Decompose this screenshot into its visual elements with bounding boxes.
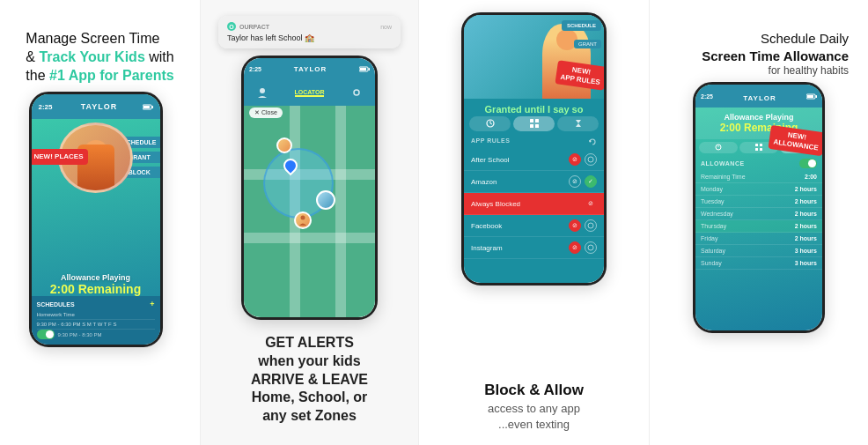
phone3-schedule-btn[interactable]: SCHEDULE bbox=[562, 20, 601, 31]
svg-text:O: O bbox=[229, 24, 234, 30]
allowance-section-header: ALLOWANCE bbox=[695, 156, 822, 171]
phone2-topbar: 2:25 TAYLOR bbox=[244, 58, 375, 79]
panel3-text: Block & Allow access to any app ...even … bbox=[484, 382, 584, 433]
avatar-pin-3 bbox=[294, 211, 312, 229]
phone4-screen: 2:25 TAYLOR Allowance Playing 2:00 Remai… bbox=[695, 85, 822, 330]
clock-sm-icon-4 bbox=[587, 222, 594, 229]
allowance-row-remaining: Remaining Time 2:00 bbox=[695, 171, 822, 183]
notification-area: O OURPACT now Taylor has left School 🏫 bbox=[201, 0, 418, 56]
svg-point-19 bbox=[588, 157, 593, 162]
svg-rect-16 bbox=[530, 124, 533, 128]
svg-rect-15 bbox=[535, 119, 539, 122]
phone-2-mockup: 2:25 TAYLOR LOCATOR ✕ Close bbox=[241, 56, 378, 320]
svg-rect-30 bbox=[760, 148, 762, 151]
road-h2 bbox=[244, 233, 375, 243]
phone1-screen: 2:25 TAYLOR SCHEDULE GRANT BLOCK bbox=[32, 94, 160, 345]
block-icon-4: ⊘ bbox=[569, 219, 581, 232]
panel1-hash: #1 App for Parents bbox=[49, 68, 174, 83]
map-tab-settings[interactable] bbox=[351, 87, 362, 99]
clock-icon-4 bbox=[715, 144, 722, 151]
battery-icon-2 bbox=[359, 66, 370, 72]
person-marker-2 bbox=[316, 190, 335, 210]
refresh-icon[interactable] bbox=[588, 137, 597, 146]
map-tab-people[interactable] bbox=[257, 87, 268, 99]
rule-icons-5: ⊘ bbox=[569, 241, 597, 254]
rule-icons-1: ⊘ bbox=[569, 153, 597, 166]
phone1-topbar: 2:25 TAYLOR bbox=[32, 94, 160, 119]
allowance-row-wednesday: Wednesday 2 hours bbox=[695, 208, 822, 220]
svg-point-21 bbox=[588, 245, 593, 250]
map-close-btn[interactable]: ✕ Close bbox=[249, 108, 283, 118]
panel4-top-text: Schedule Daily Screen Time Allowance for… bbox=[660, 16, 857, 82]
panel4-inner: Schedule Daily Screen Time Allowance for… bbox=[660, 16, 857, 436]
schedule-row-1: Homework Time bbox=[37, 310, 155, 320]
phone-1-mockup: NEW! PLACES 2:25 TAYLOR SCHEDULE GRANT B… bbox=[29, 92, 163, 347]
battery-icon-4 bbox=[806, 93, 817, 100]
person-silhouette bbox=[298, 215, 307, 226]
rule-always-blocked[interactable]: Always Blocked ⊘ bbox=[464, 193, 604, 215]
svg-rect-17 bbox=[535, 124, 539, 128]
panel-manage: Manage Screen Time & Track Your Kids wit… bbox=[0, 0, 201, 445]
rule-icons-3: ⊘ bbox=[585, 197, 597, 210]
svg-rect-27 bbox=[755, 144, 758, 146]
p4-tab-clock[interactable] bbox=[699, 142, 738, 153]
phone3-tabs bbox=[464, 116, 604, 135]
svg-rect-28 bbox=[760, 144, 762, 146]
svg-point-9 bbox=[354, 90, 359, 95]
ourpact-icon: O bbox=[227, 22, 236, 31]
phone-3-mockup: NEW!APP RULES SCHEDULE GRANT Granted unt bbox=[461, 12, 607, 286]
p3-tab-time[interactable] bbox=[557, 116, 599, 131]
svg-rect-24 bbox=[807, 95, 813, 98]
rule-instagram[interactable]: Instagram ⊘ bbox=[464, 237, 604, 259]
map-tab-locator[interactable]: LOCATOR bbox=[295, 89, 325, 97]
rule-facebook[interactable]: Facebook ⊘ bbox=[464, 215, 604, 237]
rule-amazon[interactable]: Amazon ⊘ ✓ bbox=[464, 171, 604, 193]
allowance-row-tuesday: Tuesday 2 hours bbox=[695, 196, 822, 208]
block-icon-2: ⊘ bbox=[569, 175, 581, 188]
allowance-toggle[interactable] bbox=[799, 159, 817, 168]
avatar-pin-1 bbox=[276, 137, 292, 153]
person-marker-1 bbox=[276, 137, 292, 153]
svg-rect-2 bbox=[143, 106, 150, 108]
phone4-topbar: 2:25 TAYLOR bbox=[695, 85, 822, 108]
allowance-row-thursday: Thursday 2 hours bbox=[695, 220, 822, 233]
people-icon bbox=[257, 87, 268, 98]
phone1-allowance: Allowance Playing 2:00 Remaining bbox=[32, 273, 160, 296]
panel1-headline: Manage Screen Time & Track Your Kids wit… bbox=[15, 16, 184, 92]
phone3-screen: SCHEDULE GRANT Granted until I say so bbox=[464, 15, 604, 283]
avatar-pin-2 bbox=[316, 190, 335, 210]
grid-icon-4 bbox=[755, 144, 762, 151]
block-icon-3: ⊘ bbox=[585, 197, 597, 210]
rule-icons-2: ⊘ ✓ bbox=[569, 175, 597, 188]
allowance-rows: Remaining Time 2:00 Monday 2 hours Tuesd… bbox=[695, 171, 822, 270]
schedule-toggle[interactable]: 9:30 PM - 8:30 PM bbox=[37, 330, 155, 339]
p3-tab-clock[interactable] bbox=[469, 116, 511, 131]
svg-line-13 bbox=[490, 123, 492, 124]
block-icon-5: ⊘ bbox=[569, 241, 581, 254]
phone1-bottom: SCHEDULES + Homework Time 9:30 PM - 6:30… bbox=[32, 296, 160, 345]
svg-point-20 bbox=[588, 223, 593, 228]
panel2-text: GET ALERTS when your kids ARRIVE & LEAVE… bbox=[239, 327, 380, 433]
phone3-grant-btn[interactable]: GRANT bbox=[574, 40, 601, 48]
hourglass-icon bbox=[574, 119, 583, 128]
svg-point-10 bbox=[300, 216, 305, 220]
map-tab-bar[interactable]: LOCATOR bbox=[244, 79, 375, 106]
panel1-line1: Manage Screen Time bbox=[26, 31, 159, 46]
p3-tab-apps[interactable] bbox=[513, 116, 555, 131]
grid-icon bbox=[530, 119, 539, 128]
svg-rect-7 bbox=[360, 68, 366, 70]
toggle-switch[interactable] bbox=[37, 330, 55, 339]
map-background bbox=[244, 106, 375, 317]
app-rules-list: After School ⊘ Amazon ⊘ ✓ bbox=[464, 149, 604, 259]
panel-allowance: Schedule Daily Screen Time Allowance for… bbox=[650, 0, 868, 445]
road-v2 bbox=[335, 106, 346, 317]
app-rules-header: APP RULES bbox=[464, 135, 604, 149]
allowance-row-monday: Monday 2 hours bbox=[695, 183, 822, 196]
clock-rule-icon-5 bbox=[585, 241, 597, 254]
check-icon-2: ✓ bbox=[585, 175, 597, 188]
push-notification: O OURPACT now Taylor has left School 🏫 bbox=[218, 16, 401, 48]
svg-rect-6 bbox=[369, 68, 371, 70]
svg-rect-1 bbox=[151, 106, 153, 108]
rule-after-school[interactable]: After School ⊘ bbox=[464, 149, 604, 171]
schedule-row-2: 9:30 PM - 6:30 PM S M T W T F S bbox=[37, 320, 155, 330]
